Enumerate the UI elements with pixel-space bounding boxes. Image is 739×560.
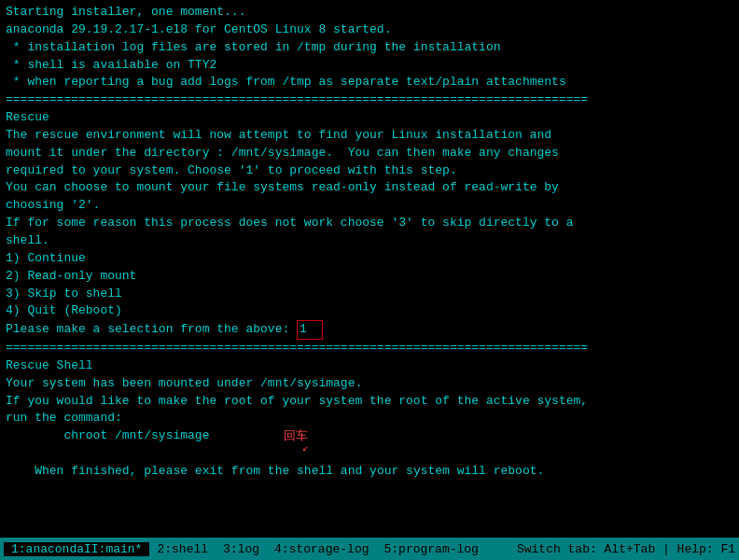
- line-8: The rescue environment will now attempt …: [6, 127, 733, 145]
- separator-2: ========================================…: [6, 340, 733, 357]
- separator-1: ========================================…: [6, 91, 733, 109]
- rescue-heading: Rescue: [6, 109, 733, 127]
- line-9: mount it under the directory : /mnt/sysi…: [6, 145, 733, 162]
- mounted-line: Your system has been mounted under /mnt/…: [6, 375, 733, 393]
- line-11: You can choose to mount your file system…: [6, 179, 733, 197]
- option-3: 3) Skip to shell: [6, 286, 733, 303]
- line-13: If for some reason this process does not…: [6, 215, 733, 232]
- rescue-shell-heading: Rescue Shell: [6, 357, 733, 375]
- option-4: 4) Quit (Reboot): [6, 302, 733, 320]
- option-2: 2) Read-only mount: [6, 268, 733, 286]
- line-2: * installation log files are stored in /…: [6, 39, 733, 57]
- line-10: required to your system. Choose '1' to p…: [6, 162, 733, 180]
- tab-3[interactable]: 3:log: [216, 542, 267, 556]
- line-1: anaconda 29.19.2.17-1.el8 for CentOS Lin…: [6, 21, 733, 39]
- when-finished-line: When finished, please exit from the shel…: [6, 445, 733, 538]
- line-12: choosing '2'.: [6, 197, 733, 215]
- line-0: Starting installer, one moment...: [6, 4, 733, 21]
- line-4: * when reporting a bug add logs from /tm…: [6, 74, 733, 91]
- chroot-line: chroot /mnt/sysimage: [6, 427, 733, 445]
- tab-4[interactable]: 4:storage-log: [267, 542, 376, 556]
- line-3: * shell is available on TTY2: [6, 57, 733, 75]
- terminal-screen: Starting installer, one moment... anacon…: [0, 0, 739, 538]
- run-line: run the command:: [6, 410, 733, 427]
- option-1: 1) Continue: [6, 250, 733, 268]
- tab-list: 1:anacondaII:main* 2:shell 3:log 4:stora…: [4, 542, 517, 556]
- tab-1[interactable]: 1:anacondaII:main*: [4, 542, 149, 556]
- help-text: Switch tab: Alt+Tab | Help: F1: [517, 542, 735, 556]
- tab-2[interactable]: 2:shell: [149, 542, 216, 556]
- selection-line: Please make a selection from the above: …: [6, 320, 733, 340]
- line-14: shell.: [6, 232, 733, 250]
- annotation-arrow: ↙: [302, 441, 309, 456]
- if-line: If you would like to make the root of yo…: [6, 393, 733, 411]
- statusbar: 1:anacondaII:main* 2:shell 3:log 4:stora…: [0, 538, 739, 560]
- selection-prompt: Please make a selection from the above:: [6, 321, 289, 339]
- tab-5[interactable]: 5:program-log: [376, 542, 485, 556]
- selection-input[interactable]: 1: [297, 320, 323, 340]
